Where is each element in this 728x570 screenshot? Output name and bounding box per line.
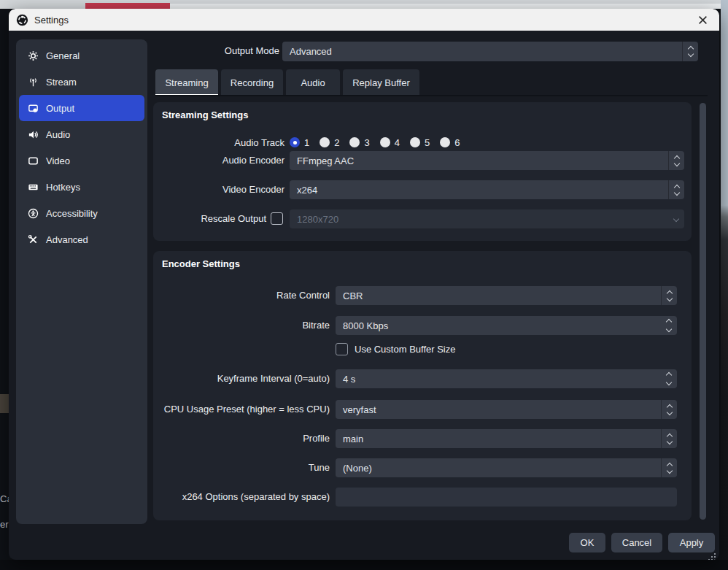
use-custom-buffer-row: Use Custom Buffer Size — [336, 343, 455, 355]
bitrate-label: Bitrate — [153, 320, 330, 331]
sidebar-item-hotkeys[interactable]: Hotkeys — [19, 174, 144, 200]
radio-icon — [320, 137, 330, 147]
rescale-output-label: Rescale Output — [153, 213, 266, 224]
sidebar-item-output[interactable]: Output — [19, 95, 144, 121]
radio-icon — [349, 137, 360, 147]
sidebar-item-stream[interactable]: Stream — [19, 69, 144, 95]
spinner-arrows-icon[interactable] — [661, 369, 677, 388]
radio-selected-icon — [290, 137, 300, 147]
sidebar-item-audio[interactable]: Audio — [19, 121, 144, 147]
gear-icon — [28, 50, 39, 61]
desktop-white-strip — [170, 4, 721, 9]
tab-recording[interactable]: Recording — [221, 69, 283, 96]
window-title: Settings — [34, 15, 69, 26]
cpu-usage-preset-select[interactable]: veryfast — [336, 400, 677, 419]
audio-track-radio-2[interactable]: 2 — [320, 137, 339, 148]
sidebar-item-label: General — [46, 50, 80, 61]
sidebar: General Stream Output — [16, 39, 147, 524]
desktop-red-tab — [85, 3, 170, 9]
rescale-output-checkbox[interactable] — [271, 212, 283, 225]
chevron-updown-icon — [668, 180, 684, 199]
radio-icon — [440, 137, 450, 147]
obs-logo-icon — [16, 14, 28, 26]
output-mode-value: Advanced — [282, 46, 682, 57]
keyboard-icon — [28, 182, 39, 193]
sidebar-item-label: Hotkeys — [46, 182, 80, 193]
audio-track-radio-5[interactable]: 5 — [410, 137, 430, 148]
scrollbar-thumb[interactable] — [700, 103, 706, 520]
chevron-updown-icon — [661, 286, 677, 305]
keyframe-interval-spinner[interactable]: 4 s — [336, 369, 677, 388]
rate-control-select[interactable]: CBR — [336, 286, 677, 305]
sidebar-item-label: Advanced — [46, 234, 88, 245]
audio-track-radio-4[interactable]: 4 — [380, 137, 400, 148]
section-title: Encoder Settings — [162, 258, 240, 269]
profile-select[interactable]: main — [336, 429, 677, 448]
audio-track-radio-group: 1 2 3 4 5 6 — [290, 134, 460, 151]
desktop-background-right — [721, 0, 728, 570]
tab-streaming[interactable]: Streaming — [155, 69, 218, 96]
keyframe-interval-label: Keyframe Interval (0=auto) — [153, 373, 330, 384]
tab-divider — [155, 95, 708, 96]
tab-replay-buffer[interactable]: Replay Buffer — [343, 69, 419, 96]
radio-icon — [410, 137, 420, 147]
tab-audio[interactable]: Audio — [286, 69, 340, 96]
audio-track-radio-3[interactable]: 3 — [349, 137, 369, 148]
audio-track-label: Audio Track — [153, 137, 284, 148]
tune-select[interactable]: (None) — [336, 458, 677, 477]
accessibility-icon — [28, 208, 39, 219]
apply-button[interactable]: Apply — [668, 533, 715, 552]
chevron-updown-icon — [668, 151, 684, 170]
sidebar-item-label: Output — [46, 103, 74, 114]
chevron-updown-icon — [661, 458, 677, 477]
sidebar-item-accessibility[interactable]: Accessibility — [19, 200, 144, 226]
spinner-arrows-icon[interactable] — [661, 316, 677, 335]
audio-track-radio-1[interactable]: 1 — [290, 137, 309, 148]
settings-window: Settings General — [9, 9, 719, 560]
sidebar-item-label: Stream — [46, 77, 77, 88]
desktop-background-photo-sliver — [0, 394, 9, 413]
tools-icon — [28, 234, 39, 245]
background-text-fragment: er — [0, 519, 9, 530]
antenna-icon — [28, 77, 39, 88]
x264-options-label: x264 Options (separated by space) — [153, 491, 330, 502]
desktop-background-left — [0, 9, 9, 570]
close-icon[interactable] — [693, 12, 712, 28]
output-icon — [28, 103, 39, 114]
video-encoder-label: Video Encoder — [153, 184, 284, 195]
speaker-icon — [28, 129, 39, 140]
tune-label: Tune — [153, 462, 330, 473]
chevron-updown-icon — [682, 42, 698, 61]
profile-label: Profile — [153, 433, 330, 444]
titlebar: Settings — [9, 9, 719, 31]
monitor-icon — [28, 155, 39, 166]
rescale-resolution-combobox: 1280x720 — [290, 209, 684, 228]
use-custom-buffer-label: Use Custom Buffer Size — [355, 344, 455, 355]
audio-track-radio-6[interactable]: 6 — [440, 137, 460, 148]
x264-options-input[interactable] — [336, 488, 677, 507]
section-title: Streaming Settings — [162, 109, 248, 120]
audio-encoder-select[interactable]: FFmpeg AAC — [290, 151, 684, 170]
sidebar-item-label: Video — [46, 155, 70, 166]
desktop-background-bottom — [0, 560, 728, 570]
sidebar-item-label: Audio — [46, 129, 70, 140]
bitrate-spinner[interactable]: 8000 Kbps — [336, 316, 677, 335]
encoder-settings-card: Encoder Settings Rate Control CBR Bitrat… — [153, 251, 692, 520]
rate-control-label: Rate Control — [153, 290, 330, 301]
output-mode-label: Output Mode — [125, 42, 279, 61]
sidebar-item-video[interactable]: Video — [19, 147, 144, 174]
cpu-usage-preset-label: CPU Usage Preset (higher = less CPU) — [153, 404, 330, 415]
radio-icon — [380, 137, 390, 147]
chevron-down-icon — [668, 209, 684, 228]
output-mode-select[interactable]: Advanced — [282, 42, 698, 61]
streaming-settings-card: Streaming Settings Audio Track 1 2 3 4 5… — [153, 102, 692, 241]
cancel-button[interactable]: Cancel — [611, 533, 662, 552]
video-encoder-select[interactable]: x264 — [290, 180, 684, 199]
use-custom-buffer-checkbox[interactable] — [336, 343, 348, 355]
resize-grip[interactable] — [708, 553, 716, 560]
chevron-updown-icon — [661, 400, 677, 419]
sidebar-item-advanced[interactable]: Advanced — [19, 226, 144, 253]
sidebar-item-label: Accessibility — [46, 208, 98, 219]
chevron-updown-icon — [661, 429, 677, 448]
ok-button[interactable]: OK — [569, 533, 605, 552]
